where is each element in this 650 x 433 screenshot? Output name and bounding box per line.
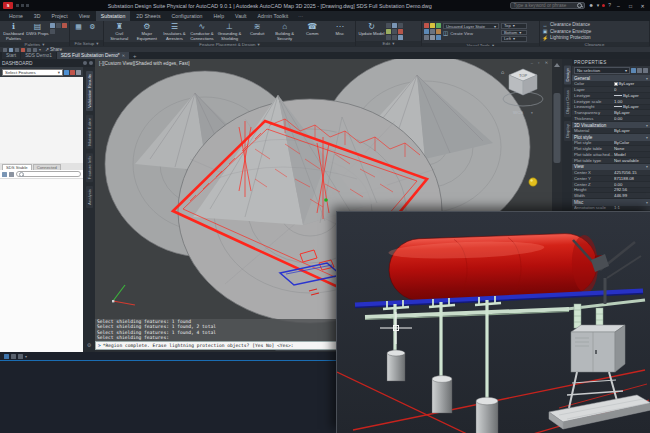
restore-button[interactable]: □: [626, 3, 635, 9]
collapse-icon: ▾: [646, 123, 648, 128]
minimize-button[interactable]: –: [614, 3, 623, 9]
zoom-to-icon[interactable]: [76, 70, 81, 75]
plot-icon[interactable]: [21, 48, 25, 52]
conductor-connections-button[interactable]: ∿Conductor & Connections: [189, 22, 216, 41]
tab-substation[interactable]: Substation: [96, 11, 131, 21]
drawing-window-controls[interactable]: – ▫ ✕: [531, 60, 550, 65]
filter-search-field[interactable]: [16, 171, 81, 177]
tab-view[interactable]: View: [74, 11, 95, 21]
tank-3d-scene[interactable]: [337, 212, 650, 433]
redo-icon[interactable]: [33, 48, 37, 52]
account-dropdown-icon[interactable]: ▾: [597, 3, 600, 8]
user-account-icon[interactable]: ☻: [588, 3, 593, 8]
close-button[interactable]: ✕: [638, 3, 647, 9]
property-label: Annotation scale: [574, 205, 614, 210]
search-icon[interactable]: [577, 3, 582, 8]
dashboard-palettes-button[interactable]: ℹ Dashboard Palettes: [2, 22, 25, 41]
tab-display[interactable]: Display: [564, 121, 571, 141]
tab-analysis[interactable]: Analysis: [86, 186, 93, 208]
app-logo-icon[interactable]: S: [3, 2, 13, 9]
grid-view-icon[interactable]: [64, 70, 69, 75]
file-setup-button-2[interactable]: ⚙: [86, 22, 99, 31]
tab-help[interactable]: Help: [208, 11, 229, 21]
refresh-icon[interactable]: [9, 172, 14, 177]
clearance-envelope-button[interactable]: ▣Clearance Envelope: [542, 29, 591, 35]
help-icon[interactable]: ?: [608, 3, 611, 8]
tab-validation-results[interactable]: Validation Results: [86, 71, 93, 111]
button-label: Conduit: [250, 32, 264, 37]
notification-dot-icon[interactable]: [602, 4, 605, 7]
conduit-button[interactable]: ≋Conduit: [244, 22, 271, 37]
palettes-mini-icons[interactable]: [50, 22, 67, 34]
toggle-pickadd-icon[interactable]: [631, 68, 636, 73]
tab-configuration[interactable]: Configuration: [167, 11, 208, 21]
major-equipment-button[interactable]: ⚙Major Equipment: [134, 22, 161, 41]
update-model-button[interactable]: ↻Update Model: [358, 22, 385, 37]
ribbon-overflow-icon[interactable]: ⋯: [294, 11, 307, 21]
new-layout-icon[interactable]: [18, 354, 23, 359]
view-bottom-button[interactable]: Bottom▾: [501, 30, 527, 36]
close-tab-icon[interactable]: ✕: [122, 53, 125, 58]
comm-button[interactable]: ☎Comm: [299, 22, 326, 37]
new-drawing-tab-button[interactable]: +: [130, 52, 140, 59]
tab-vault[interactable]: Vault: [230, 11, 251, 21]
building-security-button[interactable]: ⌂Building & Security: [271, 22, 298, 41]
viewcube-top-label[interactable]: TOP: [519, 73, 527, 78]
select-objects-icon[interactable]: [637, 68, 642, 73]
clear-selection-icon[interactable]: [70, 70, 75, 75]
help-search[interactable]: [510, 2, 585, 9]
edit-mini-icons[interactable]: [386, 22, 403, 40]
feature-select-dropdown[interactable]: Select Features ▾: [2, 69, 63, 76]
palette-properties-icon[interactable]: [89, 61, 93, 65]
selection-dropdown[interactable]: No selection ▾: [574, 67, 630, 74]
clearance-distance-button[interactable]: ↔Clearance Distance: [542, 22, 590, 28]
search-input[interactable]: [513, 3, 575, 8]
panel-palettes: ℹ Dashboard Palettes ▤ DWG Props Palette…: [0, 21, 70, 46]
filter-icon[interactable]: [2, 172, 7, 177]
viewport-controls-label[interactable]: [-][Custom View][Shaded with edges, Fast…: [99, 61, 190, 66]
civil-structural-button[interactable]: ♜Civil Structural: [106, 22, 133, 41]
file-tab-sds-demo1[interactable]: SDS Demo1: [21, 52, 56, 59]
tab-project[interactable]: Project: [46, 11, 72, 21]
tab-2d-sheets[interactable]: 2D Sheets: [131, 11, 165, 21]
titlebar-menu-icon[interactable]: [16, 4, 29, 7]
view-top-button[interactable]: Top▾: [501, 23, 527, 29]
insulators-arresters-button[interactable]: ☰Insulators & Arresters: [161, 22, 188, 41]
tab-admin-toolkit[interactable]: Admin Toolkit: [253, 11, 294, 21]
tab-feature-info[interactable]: Feature Info: [86, 153, 93, 182]
feature-list-area[interactable]: [0, 77, 83, 163]
layout-tab-icon[interactable]: [11, 354, 16, 359]
misc-button[interactable]: ⋯Misc: [327, 22, 354, 37]
lightning-protection-button[interactable]: ⚡Lightning Protection: [542, 35, 591, 41]
layout-menu-icon[interactable]: ▾: [25, 354, 27, 359]
settings-wrench-icon[interactable]: ⚙: [87, 342, 91, 348]
quick-select-icon[interactable]: [643, 68, 648, 73]
file-tab-start[interactable]: Start: [2, 52, 20, 59]
model-tab-icon[interactable]: [4, 354, 9, 359]
palette-autohide-icon[interactable]: [83, 61, 87, 65]
new-file-icon[interactable]: [3, 48, 7, 52]
ucs-dropdown-icon[interactable]: ▾: [531, 111, 533, 115]
property-label: Layer: [574, 87, 614, 92]
dwg-props-button[interactable]: ▤ DWG Props: [26, 22, 49, 37]
viewcube-home-icon[interactable]: ⌂: [501, 69, 504, 75]
command-line-window[interactable]: Select shielding features: 1 found Selec…: [95, 319, 345, 350]
tab-object-class[interactable]: Object Class: [564, 87, 571, 117]
tab-home[interactable]: Home: [4, 11, 28, 21]
tab-material-editor[interactable]: Material Editor: [86, 115, 93, 149]
grounding-shielding-button[interactable]: ⊥Grounding & Shielding: [216, 22, 243, 41]
file-tab-sds-full-substation[interactable]: SDS Full Substation Demo*✕: [57, 52, 129, 59]
tab-design[interactable]: Design: [564, 65, 571, 84]
open-file-icon[interactable]: [9, 48, 13, 52]
tab-3d[interactable]: 3D: [29, 11, 46, 21]
results-list-area[interactable]: [0, 179, 83, 352]
save-icon[interactable]: [15, 48, 19, 52]
visual-tools-mini-icons[interactable]: [424, 22, 441, 40]
file-setup-button-1[interactable]: ▦: [72, 22, 85, 31]
undo-icon[interactable]: [27, 48, 31, 52]
create-view-button[interactable]: ◫ Create View: [443, 30, 499, 36]
ucs-selector-label[interactable]: WCS: [513, 110, 523, 115]
layer-state-dropdown[interactable]: Unsaved Layer State ▾: [443, 23, 499, 29]
view-left-button[interactable]: Left▾: [501, 36, 527, 42]
command-input[interactable]: > *Region complete. Erase lightning prot…: [95, 341, 345, 350]
